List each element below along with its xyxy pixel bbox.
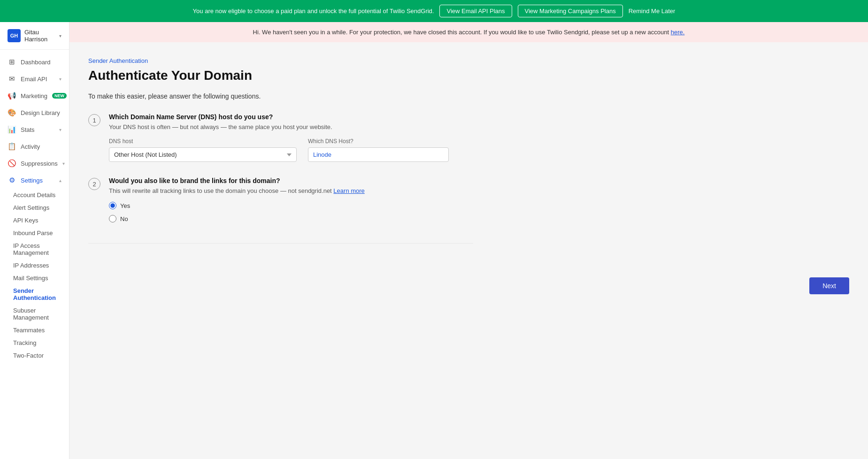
sidebar-item-ip-addresses[interactable]: IP Addresses bbox=[0, 259, 69, 272]
which-dns-label: Which DNS Host? bbox=[308, 138, 449, 145]
user-chevron-icon: ▾ bbox=[59, 33, 61, 38]
sidebar-item-label: Stats bbox=[21, 126, 54, 133]
chevron-down-icon: ▾ bbox=[62, 161, 65, 166]
chevron-down-icon: ▾ bbox=[59, 76, 61, 82]
settings-icon: ⚙ bbox=[8, 176, 16, 184]
sidebar-item-stats[interactable]: 📊 Stats ▾ bbox=[0, 121, 69, 138]
top-banner: You are now eligble to choose a paid pla… bbox=[0, 0, 868, 22]
question-2-number: 2 bbox=[88, 178, 100, 190]
scrollable-area: Sender Authentication Authenticate Your … bbox=[69, 42, 868, 459]
sidebar-item-label: Activity bbox=[21, 143, 61, 150]
learn-more-link[interactable]: Learn more bbox=[333, 187, 364, 194]
which-dns-value: Linode bbox=[308, 147, 449, 162]
sidebar-item-dashboard[interactable]: ⊞ Dashboard bbox=[0, 54, 69, 70]
radio-yes-option[interactable]: Yes bbox=[109, 202, 473, 209]
dns-host-label: DNS host bbox=[109, 138, 297, 145]
question-2-desc: This will rewrite all tracking links to … bbox=[109, 187, 473, 194]
sidebar-item-email-api[interactable]: ✉ Email API ▾ bbox=[0, 70, 69, 87]
page-subtitle: To make this easier, please answer the f… bbox=[88, 92, 473, 100]
question-1-desc: Your DNS host is often — but not always … bbox=[109, 123, 473, 130]
radio-yes-input[interactable] bbox=[109, 202, 116, 209]
page-title: Authenticate Your Domain bbox=[88, 68, 473, 83]
radio-no-option[interactable]: No bbox=[109, 215, 473, 222]
sidebar-item-marketing[interactable]: 📢 Marketing NEW ▾ bbox=[0, 87, 69, 104]
dns-host-select[interactable]: Other Host (Not Listed) bbox=[109, 147, 297, 162]
question-1-block: 1 Which Domain Name Server (DNS) host do… bbox=[88, 113, 473, 162]
sidebar-item-label: Dashboard bbox=[21, 59, 61, 66]
dns-host-group: DNS host Other Host (Not Listed) bbox=[109, 138, 297, 162]
sidebar-navigation: ⊞ Dashboard ✉ Email API ▾ 📢 Marketing NE… bbox=[0, 50, 69, 459]
sidebar-item-label: Settings bbox=[21, 177, 54, 184]
question-2-title: Would you also like to brand the links f… bbox=[109, 177, 473, 184]
sidebar-item-label: Design Library bbox=[21, 109, 61, 116]
banner-text: You are now eligble to choose a paid pla… bbox=[193, 8, 434, 15]
sidebar-item-inbound-parse[interactable]: Inbound Parse bbox=[0, 227, 69, 239]
user-name: Gitau Harrison bbox=[24, 29, 55, 43]
design-library-icon: 🎨 bbox=[8, 108, 16, 117]
remind-later-link[interactable]: Remind Me Later bbox=[629, 8, 676, 15]
sidebar-item-settings[interactable]: ⚙ Settings ▴ bbox=[0, 172, 69, 189]
sidebar-item-tracking[interactable]: Tracking bbox=[0, 337, 69, 349]
question-1-content: Which Domain Name Server (DNS) host do y… bbox=[109, 113, 473, 162]
sidebar-item-alert-settings[interactable]: Alert Settings bbox=[0, 201, 69, 214]
marketing-icon: 📢 bbox=[8, 92, 16, 100]
new-badge: NEW bbox=[52, 93, 67, 99]
sidebar-item-activity[interactable]: 📋 Activity bbox=[0, 138, 69, 155]
view-email-api-plans-button[interactable]: View Email API Plans bbox=[439, 5, 512, 17]
breadcrumb: Sender Authentication bbox=[88, 57, 473, 64]
sidebar-item-teammates[interactable]: Teammates bbox=[0, 324, 69, 337]
sidebar-item-design-library[interactable]: 🎨 Design Library bbox=[0, 104, 69, 121]
question-1-number: 1 bbox=[88, 114, 100, 126]
question-2-content: Would you also like to brand the links f… bbox=[109, 177, 473, 228]
activity-icon: 📋 bbox=[8, 142, 16, 151]
sidebar-item-api-keys[interactable]: API Keys bbox=[0, 214, 69, 227]
footer-area: Next bbox=[69, 268, 868, 304]
warning-link[interactable]: here. bbox=[671, 29, 685, 36]
main-wrapper: Hi. We haven't seen you in a while. For … bbox=[69, 22, 868, 459]
content-divider bbox=[88, 243, 473, 244]
stats-icon: 📊 bbox=[8, 125, 16, 134]
content-area: Sender Authentication Authenticate Your … bbox=[69, 42, 492, 268]
chevron-up-icon: ▴ bbox=[59, 178, 61, 183]
warning-text: Hi. We haven't seen you in a while. For … bbox=[253, 29, 669, 36]
avatar: GH bbox=[8, 29, 21, 42]
radio-no-label: No bbox=[120, 215, 128, 222]
radio-no-input[interactable] bbox=[109, 215, 116, 222]
sidebar-item-subuser-management[interactable]: Subuser Management bbox=[0, 304, 69, 324]
sidebar-item-account-details[interactable]: Account Details bbox=[0, 189, 69, 201]
dashboard-icon: ⊞ bbox=[8, 58, 16, 66]
view-marketing-campaigns-button[interactable]: View Marketing Campaigns Plans bbox=[518, 5, 623, 17]
sidebar-item-ip-access[interactable]: IP Access Management bbox=[0, 239, 69, 259]
sidebar-item-suppressions[interactable]: 🚫 Suppressions ▾ bbox=[0, 155, 69, 172]
suppressions-icon: 🚫 bbox=[8, 159, 16, 168]
dns-fields: DNS host Other Host (Not Listed) Which D… bbox=[109, 138, 473, 162]
chevron-down-icon: ▾ bbox=[59, 127, 61, 132]
question-1-title: Which Domain Name Server (DNS) host do y… bbox=[109, 113, 473, 121]
sidebar-item-two-factor[interactable]: Two-Factor bbox=[0, 349, 69, 362]
next-button[interactable]: Next bbox=[809, 277, 849, 294]
email-api-icon: ✉ bbox=[8, 75, 16, 83]
sidebar-item-label: Suppressions bbox=[21, 160, 58, 167]
sidebar-item-label: Marketing bbox=[21, 92, 47, 99]
which-dns-group: Which DNS Host? Linode bbox=[308, 138, 449, 162]
sidebar-item-mail-settings[interactable]: Mail Settings bbox=[0, 272, 69, 284]
question-2-block: 2 Would you also like to brand the links… bbox=[88, 177, 473, 228]
sidebar: GH Gitau Harrison ▾ ⊞ Dashboard ✉ Email … bbox=[0, 22, 69, 459]
sidebar-item-sender-authentication[interactable]: Sender Authentication bbox=[0, 284, 69, 304]
sidebar-item-label: Email API bbox=[21, 76, 54, 83]
radio-yes-label: Yes bbox=[120, 202, 130, 209]
warning-banner: Hi. We haven't seen you in a while. For … bbox=[69, 22, 868, 42]
user-header[interactable]: GH Gitau Harrison ▾ bbox=[0, 22, 69, 50]
